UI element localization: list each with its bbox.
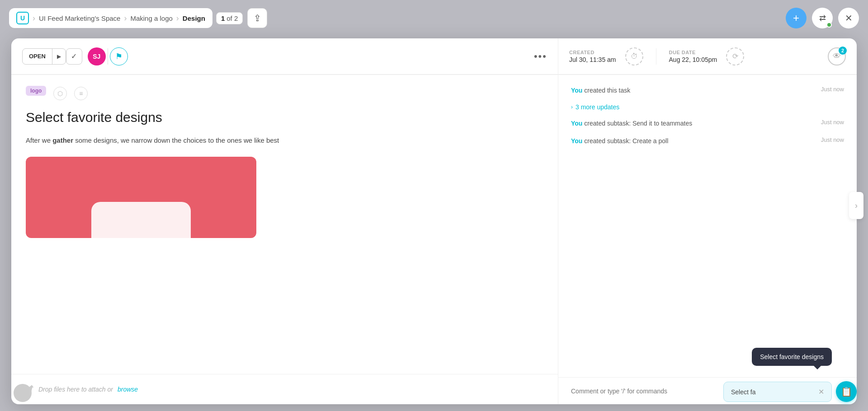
clock-icon: ⏱ [631,52,638,61]
drop-zone-text: Drop files here to attach or [38,386,113,393]
activity-you-4: You [571,137,582,145]
breadcrumb-space[interactable]: UI Feed Marketing's Space [39,14,120,22]
activity-text-3: You created subtask: Send it to teammate… [571,119,692,128]
note-icon: 📋 [841,386,852,397]
chevron-right-icon: › [571,104,573,110]
activity-item-4: You created subtask: Create a poll Just … [571,136,844,146]
breadcrumb-project[interactable]: Making a logo [130,14,172,22]
more-dots: ••• [534,51,547,62]
logo-tag[interactable]: logo [26,86,46,96]
created-label: CREATED [569,50,616,55]
created-date-section: CREATED Jul 30, 11:35 am [569,50,616,63]
activity-you-3: You [571,120,582,127]
due-value[interactable]: Aug 22, 10:05pm [669,56,717,63]
switch-icon: ⇄ [819,13,826,23]
status-button[interactable]: OPEN ▶ [22,48,66,65]
tooltip-label: Select favorite designs [760,353,824,360]
activity-text-4: You created subtask: Create a poll [571,136,668,146]
left-panel-header: OPEN ▶ ✓ SJ ⚑ ••• [11,38,558,75]
export-button[interactable]: ⇪ [247,8,267,28]
plus-icon: + [793,12,799,24]
activity-item-1: You created this task Just now [571,86,844,95]
top-nav-right: + ⇄ ✕ [786,8,859,28]
tag-icon: ⬡ [57,90,63,97]
app-logo[interactable]: U [16,12,29,24]
add-button[interactable]: + [786,8,807,28]
activity-time-4: Just now [821,136,844,143]
page-current[interactable]: 1 [221,14,225,22]
activity-action-1: created this task [582,87,630,94]
notification-text: Select fa [731,388,755,396]
activity-action-4: created subtask: Create a poll [582,137,668,145]
notification-close[interactable]: ✕ [818,388,824,396]
task-modal: OPEN ▶ ✓ SJ ⚑ ••• CREATED Jul 30, 11:35 … [11,38,857,404]
breadcrumb-task[interactable]: Design [183,14,205,22]
page-nav: 1 of 2 [216,12,243,24]
tooltip-popup: Select favorite designs [752,348,832,366]
drop-zone[interactable]: ⬆ Drop files here to attach or browse [11,374,558,404]
due-label: DUE DATE [669,50,717,55]
attachment-inner [91,202,191,238]
activity-time-1: Just now [821,86,844,93]
tag-options-button[interactable]: ⬡ [53,87,67,100]
task-title[interactable]: Select favorite designs [26,108,543,126]
next-task-arrow[interactable]: › [849,192,863,219]
activity-you-1: You [571,87,582,94]
activity-feed: You created this task Just now › 3 more … [558,75,857,377]
activity-time-3: Just now [821,119,844,126]
attachment-preview[interactable] [26,157,256,238]
check-button[interactable]: ✓ [66,48,82,65]
task-content: logo ⬡ ≡ Select favorite designs After w… [11,75,558,374]
flag-icon: ⚑ [115,51,123,61]
due-date-section: DUE DATE Aug 22, 10:05pm [669,50,717,63]
task-description: After we gather some designs, we narrow … [26,135,543,146]
more-updates-label: 3 more updates [576,103,619,111]
breadcrumb: U › UI Feed Marketing's Space › Making a… [9,8,212,28]
tags-row: logo ⬡ ≡ [26,86,543,101]
activity-text-1: You created this task [571,86,630,95]
due-time-picker[interactable]: ⟳ [726,47,744,65]
created-value[interactable]: Jul 30, 11:35 am [569,56,616,63]
assignee-initials: SJ [93,53,100,60]
status-label: OPEN [23,49,52,64]
browse-link[interactable]: browse [118,386,138,393]
desc-end: some designs, we narrow down the choices… [73,136,279,144]
top-nav: U › UI Feed Marketing's Space › Making a… [0,0,868,36]
desc-bold: gather [52,136,73,144]
close-icon: ✕ [845,13,853,23]
due-clock-icon: ⟳ [732,52,738,61]
modal-body: logo ⬡ ≡ Select favorite designs After w… [11,75,857,404]
assignee-avatar[interactable]: SJ [88,47,106,65]
check-icon: ✓ [71,52,77,61]
note-fab-button[interactable]: 📋 [836,381,857,402]
close-button[interactable]: ✕ [838,8,859,28]
left-panel: logo ⬡ ≡ Select favorite designs After w… [11,75,558,404]
page-of: of 2 [226,14,238,22]
activity-item-3: You created subtask: Send it to teammate… [571,119,844,128]
online-indicator [826,22,832,28]
list-icon: ≡ [79,90,83,97]
created-time-picker[interactable]: ⏱ [625,47,643,65]
activity-action-3: created subtask: Send it to teammates [582,120,692,127]
more-options-button[interactable]: ••• [534,51,547,62]
more-updates-toggle[interactable]: › 3 more updates [571,103,844,111]
breadcrumb-sep-2: › [124,14,127,23]
bottom-notification: Select fa ✕ [723,382,832,402]
breadcrumb-sep-1: › [33,14,35,23]
switch-button[interactable]: ⇄ [812,8,833,28]
flag-button[interactable]: ⚑ [110,47,128,65]
watchers-button[interactable]: 👁 2 [828,47,846,65]
watchers-badge: 2 [839,47,847,55]
status-arrow: ▶ [52,49,66,64]
list-options-button[interactable]: ≡ [74,87,88,100]
desc-start: After we [26,136,52,144]
bottom-user-avatar[interactable] [14,384,32,402]
breadcrumb-sep-3: › [176,14,179,23]
header-divider [656,48,656,65]
chevron-right-icon: › [855,201,858,210]
divider [108,48,108,65]
right-panel-header: CREATED Jul 30, 11:35 am ⏱ DUE DATE Aug … [558,38,857,75]
